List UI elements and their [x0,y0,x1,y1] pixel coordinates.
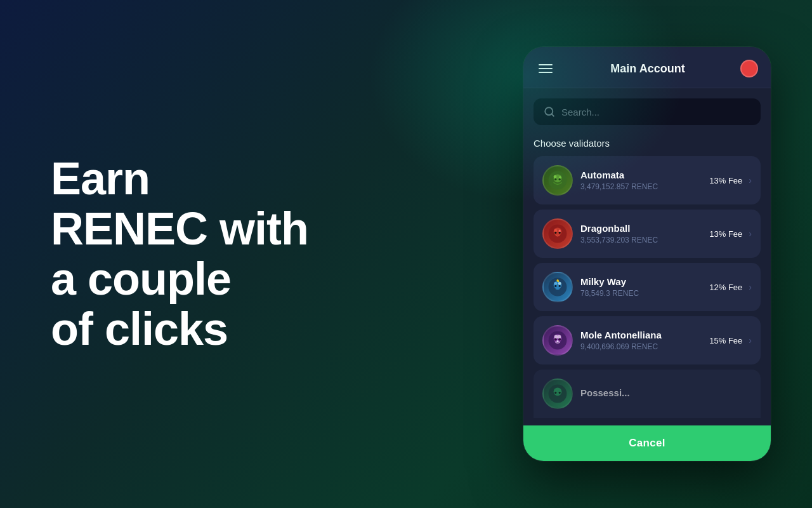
validator-avatar-automata [542,165,573,196]
validator-avatar-milkyway [542,272,573,302]
automata-avatar-svg [547,170,568,190]
validator-fee-mole: 15% Fee [709,336,742,345]
validator-stake-milkyway: 78,549.3 RENEC [580,289,702,298]
dragonball-avatar-svg [547,224,568,244]
svg-line-1 [551,114,553,116]
validator-name-milkyway: Milky Way [580,276,702,287]
svg-point-27 [556,340,558,342]
svg-point-15 [554,281,562,289]
svg-point-23 [554,335,558,339]
svg-point-20 [559,285,561,287]
validator-info-partial: Possessi... [580,387,752,400]
validator-fee-automata: 13% Fee [709,176,742,185]
validator-info-automata: Automata 3,479,152.857 RENEC [580,170,702,191]
svg-point-17 [558,282,561,285]
cancel-button[interactable]: Cancel [523,425,771,461]
validator-fee-milkyway: 12% Fee [709,283,742,292]
svg-point-16 [554,282,557,285]
record-button[interactable] [740,60,758,77]
partial-avatar-svg [547,384,568,404]
phone-section: Main Account Search... Choose validators [482,22,812,486]
svg-point-12 [554,232,556,234]
validator-info-milkyway: Milky Way 78,549.3 RENEC [580,276,702,298]
svg-point-24 [558,335,561,339]
chevron-right-icon-dragonball: › [749,229,752,239]
svg-point-31 [559,392,561,394]
chevron-right-icon-milkyway: › [749,282,752,292]
validator-item-milkyway[interactable]: Milky Way 78,549.3 RENEC 12% Fee › [534,263,761,311]
svg-point-18 [556,279,558,281]
hamburger-menu-button[interactable] [536,62,555,76]
hero-text: Earn RENEC with a couple of clicks [51,154,444,355]
validator-fee-row-mole: 15% Fee › [709,335,752,345]
validator-fee-row-automata: 13% Fee › [709,175,752,185]
validator-name-partial: Possessi... [580,387,752,398]
svg-point-4 [554,175,557,178]
validator-avatar-dragonball [542,218,573,249]
svg-point-25 [554,338,557,340]
search-container: Search... [523,88,771,130]
chevron-right-icon-automata: › [749,175,752,185]
validator-item-partial[interactable]: Possessi... [534,370,761,418]
mole-avatar-svg [547,330,568,351]
validator-fee-row-milkyway: 12% Fee › [709,282,752,292]
svg-point-13 [559,232,561,234]
phone-header: Main Account [523,47,771,88]
validator-fee-row-dragonball: 13% Fee › [709,229,752,239]
validator-stake-mole: 9,400,696.069 RENEC [580,342,702,351]
svg-point-26 [558,338,561,340]
hero-section: Earn RENEC with a couple of clicks [0,116,482,393]
milkyway-avatar-svg [547,277,568,297]
search-icon [544,106,555,117]
search-placeholder: Search... [561,107,599,117]
validator-list: Automata 3,479,152.857 RENEC 13% Fee › [534,156,761,418]
validator-item-automata[interactable]: Automata 3,479,152.857 RENEC 13% Fee › [534,156,761,204]
validator-stake-dragonball: 3,553,739.203 RENEC [580,236,702,244]
validator-stake-automata: 3,479,152.857 RENEC [580,182,702,191]
validator-info-dragonball: Dragonball 3,553,739.203 RENEC [580,223,702,244]
validator-item-dragonball[interactable]: Dragonball 3,553,739.203 RENEC 13% Fee › [534,210,761,258]
search-box[interactable]: Search... [534,98,761,125]
svg-point-29 [554,387,562,396]
validator-name-dragonball: Dragonball [580,223,702,234]
validator-name-mole: Mole Antonelliana [580,330,702,340]
validator-avatar-partial [542,378,573,409]
validators-title: Choose validators [534,138,761,149]
validator-name-automata: Automata [580,170,702,180]
validators-section: Choose validators [523,130,771,425]
phone-mockup: Main Account Search... Choose validators [523,47,771,461]
svg-point-19 [554,285,556,287]
validator-info-mole: Mole Antonelliana 9,400,696.069 RENEC [580,330,702,351]
chevron-right-icon-mole: › [749,335,752,345]
svg-point-6 [554,178,556,180]
validator-item-mole[interactable]: Mole Antonelliana 9,400,696.069 RENEC 15… [534,316,761,364]
svg-point-5 [559,176,561,178]
validator-avatar-mole [542,325,573,356]
validator-fee-dragonball: 13% Fee [709,229,742,239]
header-title: Main Account [610,62,684,76]
svg-point-30 [554,392,556,394]
svg-point-7 [559,178,561,180]
